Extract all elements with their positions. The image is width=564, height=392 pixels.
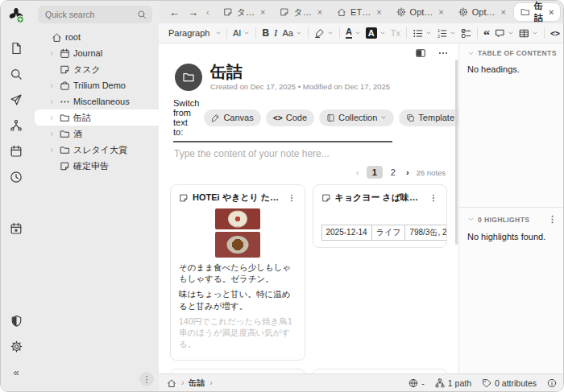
tab-タ…[interactable]: タ…×	[217, 3, 272, 21]
tree-item-タスク[interactable]: タスク	[31, 61, 159, 77]
pill-label: Canvas	[223, 113, 253, 122]
note-card[interactable]: HOTEi やきとり たれ味そのまま食べたら少しもしゃもしゃする。ゼラチン。味は…	[170, 184, 305, 361]
tree-item-Miscellaneous[interactable]: Miscellaneous	[31, 93, 159, 109]
switch-to-canvas-button[interactable]: Canvas	[204, 109, 260, 126]
close-icon[interactable]: ×	[317, 7, 322, 17]
expand-icon[interactable]	[48, 50, 56, 57]
note-content-editor[interactable]: Type the content of your note here...	[174, 148, 458, 159]
tree-item-スレタイ大賞[interactable]: スレタイ大賞	[31, 142, 159, 158]
note-icon	[179, 193, 189, 203]
history-forward-button[interactable]: →	[184, 6, 202, 19]
quick-search[interactable]	[38, 6, 152, 23]
card-menu-icon[interactable]	[287, 193, 297, 203]
note-card[interactable]: キョクヨー さば味噌煮 高い2025-12-14ライフ798/3缶, 266円 …	[313, 184, 448, 248]
home-icon[interactable]	[167, 378, 176, 388]
insert-table-button[interactable]	[516, 28, 541, 39]
close-icon[interactable]: ×	[549, 7, 554, 17]
tab-タ…[interactable]: タ…×	[273, 3, 329, 21]
tree-item-Trilium Demo[interactable]: Trilium Demo	[31, 77, 159, 93]
page-prev-button[interactable]: ‹	[356, 167, 359, 177]
tree-item-Journal[interactable]: Journal	[31, 45, 159, 61]
note-image	[215, 232, 260, 258]
folder-icon	[520, 7, 530, 17]
tree-item-缶詰[interactable]: 缶詰	[35, 109, 159, 126]
pill-label: Template	[418, 113, 454, 122]
close-icon[interactable]: ×	[260, 7, 265, 17]
tab-scroll-right-button[interactable]: ›	[560, 6, 564, 19]
breadcrumb-note[interactable]: 缶詰	[189, 378, 205, 389]
close-icon[interactable]: ×	[500, 7, 505, 17]
tab-Opt…[interactable]: Opt…×	[452, 3, 512, 21]
font-size-button[interactable]: Aa	[280, 28, 304, 38]
svg-text:1: 1	[438, 28, 440, 32]
code-block-button[interactable]: <>	[548, 29, 562, 38]
numbered-list-icon: 12	[437, 28, 447, 39]
bulleted-list-button[interactable]	[410, 28, 434, 39]
callout-button[interactable]	[492, 28, 516, 39]
expand-icon[interactable]	[48, 114, 56, 122]
note-info-icon[interactable]	[547, 378, 557, 388]
note-paths-button[interactable]: 1 path	[435, 378, 471, 388]
page-2-button[interactable]: 2	[388, 166, 399, 179]
quick-search-input[interactable]	[44, 9, 137, 20]
highlight-button[interactable]	[312, 28, 336, 39]
close-icon[interactable]: ×	[376, 7, 381, 17]
note-more-icon[interactable]	[438, 47, 449, 59]
card-menu-icon[interactable]	[429, 193, 438, 203]
switch-to-collection-button[interactable]: Collection	[319, 109, 394, 126]
calendar-button[interactable]	[6, 141, 27, 162]
note-title[interactable]: 缶詰	[210, 63, 390, 80]
switch-to-code-button[interactable]: <>Code	[266, 109, 314, 126]
highlights-more-icon[interactable]: ⋮	[548, 214, 557, 225]
attributes-button[interactable]: 0 attributes	[482, 378, 537, 388]
background-color-button[interactable]: A	[363, 27, 388, 39]
note-scrollbar[interactable]	[455, 60, 458, 245]
expand-icon[interactable]	[48, 130, 56, 138]
collapse-sidebar-button[interactable]: «	[6, 361, 27, 382]
tab-Opt…[interactable]: Opt…×	[390, 3, 450, 21]
note-type-badge[interactable]	[175, 64, 202, 91]
search-button[interactable]	[6, 64, 27, 85]
page-1-button[interactable]: 1	[367, 166, 383, 179]
today-button[interactable]	[6, 218, 27, 239]
history-back-button[interactable]: ←	[165, 6, 184, 19]
globe-icon	[408, 378, 418, 388]
paragraph-style-button[interactable]: Paragraph	[167, 28, 223, 38]
highlights-section: 0 HIGHLIGHTS ⋮ No highlights found.	[467, 214, 557, 241]
highlights-header[interactable]: 0 HIGHLIGHTS ⋮	[467, 214, 557, 225]
remove-format-button[interactable]: Tx	[388, 28, 403, 38]
expand-icon[interactable]	[48, 98, 56, 105]
tree-item-酒[interactable]: 酒	[31, 126, 159, 142]
expand-icon[interactable]	[48, 146, 56, 154]
tab-ET…[interactable]: ET…×	[330, 3, 388, 21]
block-quote-button[interactable]: “	[481, 31, 492, 35]
ai-tools-button[interactable]: AI	[230, 28, 252, 38]
recent-changes-button[interactable]	[6, 167, 27, 188]
font-color-button[interactable]: A	[343, 27, 363, 39]
bold-button[interactable]: B	[259, 27, 272, 39]
toc-header[interactable]: TABLE OF CONTENTS	[467, 49, 557, 57]
protected-session-button[interactable]	[6, 310, 27, 331]
gear-icon	[458, 7, 468, 17]
switch-to-template-button[interactable]: Template	[399, 109, 458, 126]
tree-actions-button[interactable]: ⋮	[139, 372, 154, 386]
note-map-button[interactable]	[6, 115, 27, 136]
todo-list-button[interactable]	[458, 28, 474, 39]
toggle-left-pane-icon[interactable]	[415, 47, 426, 59]
jump-to-note-button[interactable]	[6, 89, 27, 110]
page-next-button[interactable]: ›	[406, 167, 409, 177]
new-note-button[interactable]	[6, 38, 27, 59]
expand-icon[interactable]	[48, 82, 56, 89]
tab-label: ET…	[350, 7, 371, 17]
settings-button[interactable]	[6, 336, 27, 357]
italic-button[interactable]: I	[272, 27, 280, 39]
close-icon[interactable]: ×	[438, 7, 443, 17]
folder-icon	[182, 71, 195, 84]
tree-item-root[interactable]: root	[31, 29, 159, 45]
tree-item-確定申告[interactable]: 確定申告	[31, 158, 159, 174]
card-text: そのまま食べたら少しもしゃもしゃする。ゼラチン。	[179, 262, 297, 284]
language-selector[interactable]: -	[408, 378, 425, 388]
tab-scroll-left-button[interactable]: ‹	[202, 7, 214, 17]
tab-缶詰[interactable]: 缶詰×	[514, 3, 560, 21]
numbered-list-button[interactable]: 12	[434, 28, 458, 39]
